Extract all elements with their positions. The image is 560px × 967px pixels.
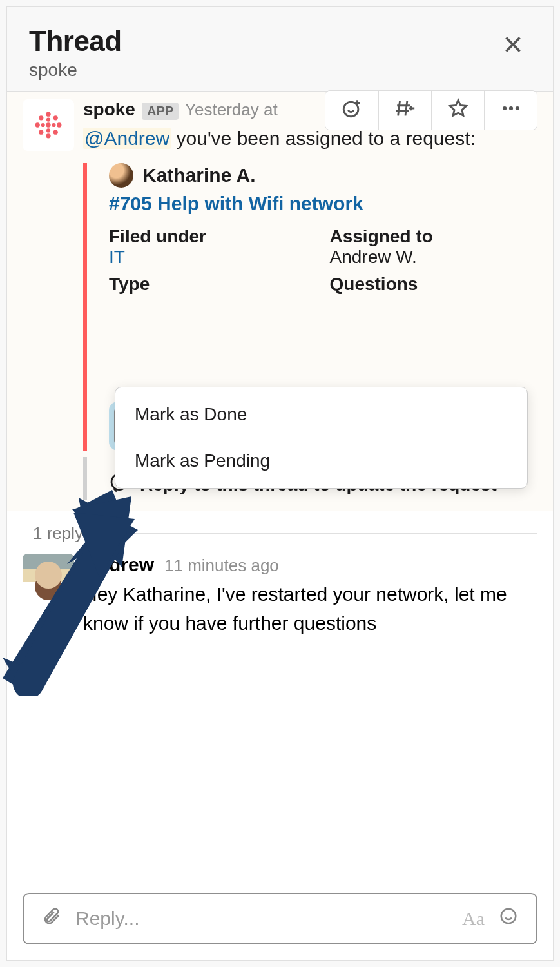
smile-icon <box>499 907 518 930</box>
more-actions-button[interactable] <box>484 91 537 130</box>
reply-input[interactable] <box>66 908 462 930</box>
type-label: Type <box>109 274 317 295</box>
svg-point-1 <box>46 133 50 138</box>
svg-point-16 <box>508 106 512 110</box>
replies-count: 1 reply <box>33 523 83 543</box>
reply-message: Andrew 11 minutes ago Hey Katharine, I'v… <box>7 550 553 650</box>
svg-point-7 <box>53 130 58 135</box>
dropdown-item-pending[interactable]: Mark as Pending <box>115 438 527 484</box>
reply-user-avatar <box>23 554 74 605</box>
hash-arrow-icon <box>394 97 416 124</box>
star-button[interactable] <box>431 91 484 130</box>
replies-divider: 1 reply <box>7 511 553 550</box>
requester-name: Katharine A. <box>142 164 256 186</box>
dropdown-item-done[interactable]: Mark as Done <box>115 391 527 438</box>
svg-point-14 <box>343 102 358 117</box>
ticket-link[interactable]: #705 Help with Wifi network <box>109 193 537 215</box>
close-icon <box>501 32 525 62</box>
reply-timestamp: 11 minutes ago <box>164 556 279 576</box>
format-button[interactable]: Aa <box>462 908 485 930</box>
share-channel-button[interactable] <box>378 91 431 130</box>
svg-point-12 <box>46 128 50 132</box>
message-action-strip <box>325 90 537 130</box>
smile-plus-icon <box>341 97 363 124</box>
reply-user-name: Andrew <box>83 554 154 576</box>
assigned-to-label: Assigned to <box>330 226 538 247</box>
svg-point-10 <box>52 123 55 127</box>
svg-point-3 <box>57 122 61 127</box>
svg-point-15 <box>502 106 506 110</box>
emoji-button[interactable] <box>494 906 523 931</box>
app-badge: APP <box>142 103 179 120</box>
thread-subtitle: spoke <box>29 60 122 81</box>
svg-point-8 <box>46 122 50 127</box>
svg-point-0 <box>46 112 50 117</box>
filed-under-label: Filed under <box>109 226 317 247</box>
svg-point-4 <box>39 115 43 120</box>
paperclip-icon <box>42 907 61 930</box>
close-button[interactable] <box>495 29 531 64</box>
assigned-to-value: Andrew W. <box>330 247 538 268</box>
svg-point-5 <box>53 115 58 120</box>
add-reaction-button[interactable] <box>325 91 378 130</box>
sender-name: spoke <box>83 99 135 120</box>
svg-point-17 <box>515 106 519 110</box>
spoke-app-avatar <box>23 99 74 151</box>
message-timestamp: Yesterday at <box>185 100 278 120</box>
ellipsis-icon <box>500 97 522 124</box>
svg-point-11 <box>46 118 50 122</box>
reply-composer[interactable]: Aa <box>23 893 537 944</box>
thread-title: Thread <box>29 25 122 57</box>
mention-link[interactable]: @Andrew <box>83 128 171 149</box>
svg-point-18 <box>501 909 516 924</box>
svg-point-2 <box>35 122 40 127</box>
svg-point-6 <box>39 130 43 135</box>
svg-point-9 <box>41 123 45 127</box>
filed-under-value[interactable]: IT <box>109 247 317 268</box>
star-icon <box>447 97 469 124</box>
thread-header: Thread spoke <box>7 7 553 92</box>
attach-button[interactable] <box>37 906 66 931</box>
reply-text: Hey Katharine, I've restarted your netwo… <box>83 580 537 638</box>
requester-avatar <box>109 163 133 188</box>
questions-label: Questions <box>330 274 538 295</box>
status-dropdown-menu: Mark as Done Mark as Pending <box>115 387 528 489</box>
divider-line <box>93 533 537 534</box>
